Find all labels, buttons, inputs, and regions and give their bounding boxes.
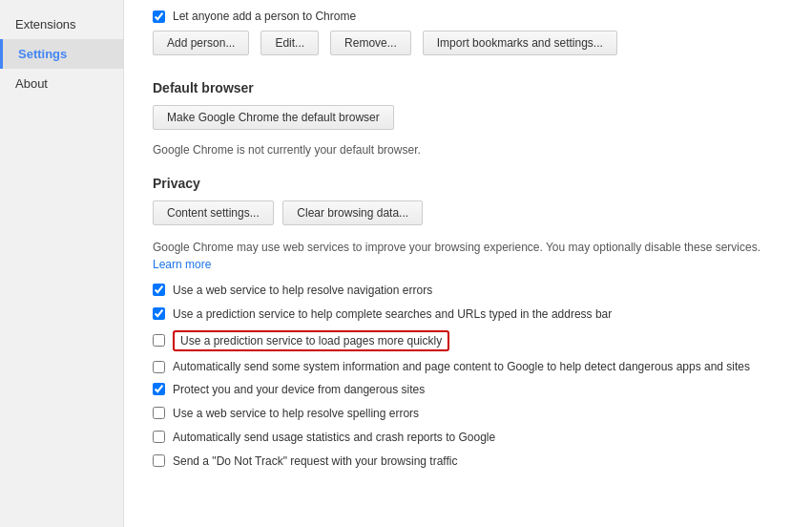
privacy-checkbox-label-7[interactable]: Automatically send usage statistics and …	[173, 430, 495, 446]
privacy-checkbox-item-4: Automatically send some system informati…	[153, 359, 783, 375]
privacy-description: Google Chrome may use web services to im…	[153, 239, 783, 273]
privacy-checkbox-2[interactable]	[153, 307, 165, 320]
clear-browsing-data-button[interactable]: Clear browsing data...	[282, 200, 423, 225]
default-browser-title: Default browser	[153, 80, 783, 95]
privacy-checkbox-1[interactable]	[153, 284, 165, 296]
privacy-checkbox-item-3: Use a prediction service to load pages m…	[153, 330, 783, 351]
privacy-checkbox-item-6: Use a web service to help resolve spelli…	[153, 406, 783, 422]
privacy-checkbox-label-8[interactable]: Send a "Do Not Track" request with your …	[173, 453, 457, 470]
privacy-checkbox-8[interactable]	[153, 454, 165, 467]
content-settings-button[interactable]: Content settings...	[153, 200, 274, 225]
privacy-checkbox-label-2[interactable]: Use a prediction service to help complet…	[173, 306, 612, 323]
privacy-checkbox-3[interactable]	[153, 334, 165, 347]
privacy-checkbox-label-6[interactable]: Use a web service to help resolve spelli…	[173, 406, 419, 422]
import-bookmarks-button[interactable]: Import bookmarks and settings...	[423, 31, 617, 55]
privacy-checkbox-label-4[interactable]: Automatically send some system informati…	[173, 359, 750, 375]
default-browser-btn-row: Make Google Chrome the default browser	[153, 105, 783, 136]
sidebar-item-about[interactable]: About	[0, 69, 123, 98]
privacy-checkbox-7[interactable]	[153, 431, 165, 443]
privacy-checkbox-item-1: Use a web service to help resolve naviga…	[153, 283, 783, 299]
learn-more-link[interactable]: Learn more	[153, 258, 211, 271]
sidebar-item-extensions[interactable]: Extensions	[0, 10, 123, 39]
privacy-checkbox-item-5: Protect you and your device from dangero…	[153, 382, 783, 398]
sidebar-item-settings[interactable]: Settings	[0, 39, 123, 69]
add-person-button[interactable]: Add person...	[153, 31, 249, 55]
privacy-desc-text: Google Chrome may use web services to im…	[153, 241, 760, 254]
privacy-checkbox-6[interactable]	[153, 407, 165, 419]
privacy-checkbox-5[interactable]	[153, 383, 165, 395]
sidebar: Extensions Settings About	[0, 0, 124, 527]
let-anyone-add-checkbox[interactable]	[153, 11, 165, 23]
let-anyone-add-label[interactable]: Let anyone add a person to Chrome	[173, 10, 356, 23]
privacy-checkbox-item-2: Use a prediction service to help complet…	[153, 306, 783, 323]
default-browser-status: Google Chrome is not currently your defa…	[153, 143, 783, 157]
privacy-section: Privacy Content settings... Clear browsi…	[153, 176, 783, 470]
privacy-title: Privacy	[153, 176, 783, 191]
make-default-browser-button[interactable]: Make Google Chrome the default browser	[153, 105, 394, 130]
privacy-checkbox-item-8: Send a "Do Not Track" request with your …	[153, 453, 783, 470]
people-buttons-row: Add person... Edit... Remove... Import b…	[153, 31, 783, 61]
privacy-checkbox-item-7: Automatically send usage statistics and …	[153, 430, 783, 446]
main-content: Let anyone add a person to Chrome Add pe…	[124, 0, 812, 527]
let-anyone-add-row: Let anyone add a person to Chrome	[153, 10, 783, 23]
privacy-checkbox-label-1[interactable]: Use a web service to help resolve naviga…	[173, 283, 432, 299]
privacy-checkbox-label-5[interactable]: Protect you and your device from dangero…	[173, 382, 425, 398]
remove-button[interactable]: Remove...	[330, 31, 411, 55]
people-section: Let anyone add a person to Chrome Add pe…	[153, 10, 783, 61]
privacy-checkbox-label-3-highlighted[interactable]: Use a prediction service to load pages m…	[173, 330, 449, 351]
default-browser-section: Default browser Make Google Chrome the d…	[153, 80, 783, 157]
edit-button[interactable]: Edit...	[260, 31, 319, 55]
privacy-buttons-row: Content settings... Clear browsing data.…	[153, 200, 783, 231]
privacy-checkbox-4[interactable]	[153, 361, 165, 373]
